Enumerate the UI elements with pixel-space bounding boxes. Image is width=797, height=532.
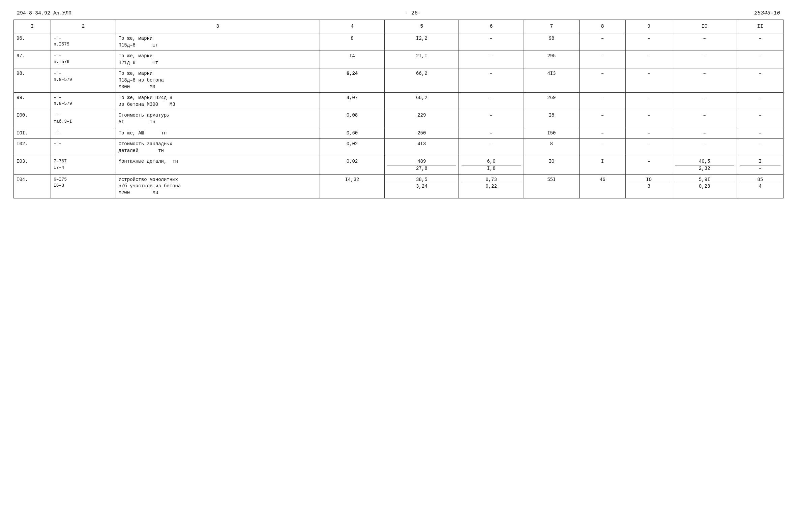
cell-col4: I4 [320,51,385,69]
table-row: I00.–"– таб.3–IСтоимость арматуры AI тн0… [14,110,783,128]
cell-reference: 6–I75 I6–3 [51,174,116,198]
cell-reference: 7–767 I7–4 [51,156,116,174]
cell-col6: – [459,69,524,93]
col-header-3: 3 [116,20,320,33]
cell-reference: –"– п.I576 [51,51,116,69]
cell-col11: – [737,110,783,128]
cell-col6: 6,0I,8 [459,156,524,174]
cell-description: То же, АШ тн [116,128,320,139]
cell-col6: – [459,33,524,51]
cell-col9: – [626,128,672,139]
cell-col7: 4I3 [523,69,579,93]
cell-row-num: 99. [14,93,51,110]
cell-col11: 854 [737,174,783,198]
cell-description: Стоимость арматуры AI тн [116,110,320,128]
cell-col4: I4,32 [320,174,385,198]
cell-col7: I50 [523,128,579,139]
col-header-8: 8 [579,20,626,33]
cell-col11: – [737,51,783,69]
col-header-9: 9 [626,20,672,33]
cell-col6: 0,730,22 [459,174,524,198]
header-right: 25343-10 [754,10,780,16]
cell-col5: I2,2 [385,33,459,51]
cell-col10: – [672,128,737,139]
col-header-4: 4 [320,20,385,33]
cell-col7: IO [523,156,579,174]
cell-reference: –"– [51,128,116,139]
cell-col6: – [459,51,524,69]
cell-col5: 4I3 [385,139,459,156]
table-row: I04.6–I75 I6–3Устройство монолитных ж/б … [14,174,783,198]
cell-col8: – [579,51,626,69]
cell-col9: – [626,93,672,110]
cell-col7: 55I [523,174,579,198]
cell-col11: – [737,139,783,156]
cell-description: То же, марки П15д–8 шт [116,33,320,51]
cell-col4: 4,07 [320,93,385,110]
col-header-7: 7 [523,20,579,33]
cell-col9: – [626,110,672,128]
cell-description: То же, марки П18д–8 из бетона М300 М3 [116,69,320,93]
cell-col5: 2I,I [385,51,459,69]
cell-reference: –"– п.8–579 [51,93,116,110]
cell-col10: – [672,110,737,128]
cell-row-num: I02. [14,139,51,156]
table-row: 96.–"– п.I575То же, марки П15д–8 шт8I2,2… [14,33,783,51]
cell-col9: – [626,69,672,93]
cell-col10: – [672,51,737,69]
cell-col11: – [737,33,783,51]
cell-row-num: I03. [14,156,51,174]
cell-col4: 6,24 [320,69,385,93]
table-row: 98.–"– п.8–579То же, марки П18д–8 из бет… [14,69,783,93]
cell-description: Стоимость закладных деталей тн [116,139,320,156]
cell-description: Монтажные детали, тн [116,156,320,174]
cell-reference: –"– п.I575 [51,33,116,51]
cell-col8: – [579,139,626,156]
col-header-2: 2 [51,20,116,33]
cell-row-num: 98. [14,69,51,93]
col-header-11: II [737,20,783,33]
cell-col10: – [672,33,737,51]
cell-col5: 66,2 [385,69,459,93]
cell-col6: – [459,139,524,156]
cell-col4: 0,60 [320,128,385,139]
header-left: 294-8-34.92 Ал.УЛП [17,11,72,16]
cell-description: Устройство монолитных ж/б участков из бе… [116,174,320,198]
cell-col6: – [459,128,524,139]
cell-row-num: I00. [14,110,51,128]
main-table: I 2 3 4 5 6 7 8 9 IO II 96.–"– п.I575То … [14,20,783,198]
cell-col11: I– [737,156,783,174]
column-header-row: I 2 3 4 5 6 7 8 9 IO II [14,20,783,33]
cell-row-num: I04. [14,174,51,198]
cell-reference: –"– таб.3–I [51,110,116,128]
cell-reference: –"– [51,139,116,156]
cell-description: То же, марки П21д–8 шт [116,51,320,69]
cell-col9: IO3 [626,174,672,198]
table-row: 99.–"– п.8–579То же, марки П24д–8 из бет… [14,93,783,110]
cell-col9: – [626,156,672,174]
cell-col4: 8 [320,33,385,51]
cell-col5: 250 [385,128,459,139]
col-header-6: 6 [459,20,524,33]
cell-col5: 66,2 [385,93,459,110]
cell-row-num: 97. [14,51,51,69]
cell-col8: I [579,156,626,174]
table-row: I02.–"–Стоимость закладных деталей тн0,0… [14,139,783,156]
cell-col7: I8 [523,110,579,128]
cell-col11: – [737,128,783,139]
cell-col5: 229 [385,110,459,128]
cell-row-num: IOI. [14,128,51,139]
cell-col9: – [626,139,672,156]
cell-col10: – [672,139,737,156]
cell-col6: – [459,110,524,128]
cell-col9: – [626,51,672,69]
cell-col9: – [626,33,672,51]
cell-col7: 295 [523,51,579,69]
col-header-1: I [14,20,51,33]
cell-col4: 0,02 [320,139,385,156]
cell-col8: – [579,33,626,51]
cell-col7: 269 [523,93,579,110]
cell-col10: – [672,69,737,93]
cell-col5: 38,53,24 [385,174,459,198]
cell-col8: – [579,128,626,139]
